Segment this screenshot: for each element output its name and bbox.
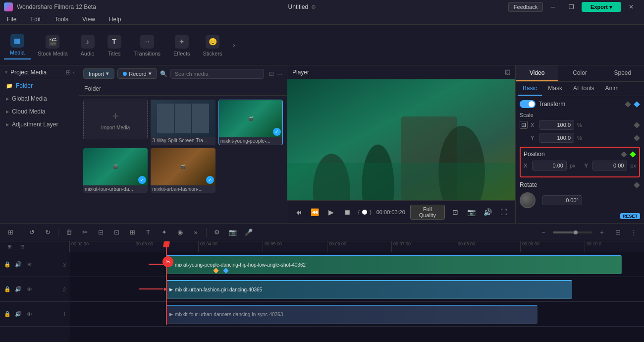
subtab-anim[interactable]: Anim <box>600 82 623 96</box>
mic-button[interactable]: 🎤 <box>242 226 255 239</box>
more-tabs-button[interactable]: › <box>229 42 239 49</box>
rotate-input[interactable] <box>542 195 582 205</box>
track-2-lock[interactable]: 🔒 <box>3 285 12 294</box>
filter-icon[interactable]: ⊟ <box>269 70 274 77</box>
zoom-in-button[interactable]: + <box>595 226 608 239</box>
media-item-urban-fashion[interactable]: 🎬 ✓ mixkit-urban-fashion-... <box>151 148 215 193</box>
camera-button[interactable]: 📷 <box>226 226 239 239</box>
sidebar-item-adjustment-layer[interactable]: ▶ Adjustment Layer <box>2 118 77 130</box>
menu-view[interactable]: View <box>79 15 98 24</box>
keyframe-2[interactable] <box>223 268 228 273</box>
tab-video[interactable]: Video <box>516 65 558 81</box>
sidebar-item-global-media[interactable]: ▶ Global Media <box>2 93 77 105</box>
media-item-young-people[interactable]: 🎬 ✓ mixkit-young-people-... <box>218 100 283 145</box>
subtab-ai-tools[interactable]: AI Tools <box>568 82 599 96</box>
position-y-input[interactable] <box>592 161 627 171</box>
subtab-basic[interactable]: Basic <box>518 82 542 96</box>
frame-back-button[interactable]: ⏪ <box>310 206 321 218</box>
menu-tools[interactable]: Tools <box>52 15 71 24</box>
tab-color[interactable]: Color <box>558 65 601 81</box>
position-keyframe-prev[interactable] <box>620 151 627 158</box>
more-tools-button[interactable]: » <box>189 226 202 239</box>
track-options-button[interactable]: ⊡ <box>16 241 29 253</box>
undo-button[interactable]: ↺ <box>25 226 38 239</box>
text-tl-button[interactable]: T <box>142 226 155 239</box>
record-button[interactable]: Record ▾ <box>117 68 157 79</box>
tab-titles[interactable]: T Titles <box>102 32 127 59</box>
export-button[interactable]: Export ▾ <box>582 2 621 12</box>
add-track-button[interactable]: ⊞ <box>3 241 16 253</box>
tab-stickers[interactable]: 😊 Stickers <box>197 32 228 59</box>
skip-back-button[interactable]: ⏮ <box>293 206 305 218</box>
track-2-mute[interactable]: 🔊 <box>14 285 23 294</box>
minimize-button[interactable]: ─ <box>544 2 562 12</box>
clip-four-urban[interactable]: ▶ mixkit-four-urban-dancers-dancing-in-s… <box>166 305 537 324</box>
grid-view-button[interactable]: ⊞ <box>611 226 624 239</box>
sidebar-item-cloud-media[interactable]: ▶ Cloud Media <box>2 106 77 117</box>
tracks-scroll-area[interactable]: 00:02:00 00:03:00 00:04:00 00:05:00 00:0… <box>69 241 644 342</box>
more-tl-button[interactable]: ⋮ <box>627 226 640 239</box>
rotate-reset[interactable] <box>633 181 640 188</box>
import-button[interactable]: Import ▾ <box>83 68 114 79</box>
restore-button[interactable]: ❐ <box>563 2 581 12</box>
scale-y-input[interactable] <box>539 133 574 143</box>
effect-tl-button[interactable]: ✦ <box>158 226 170 239</box>
more-options-icon[interactable]: ··· <box>277 70 283 78</box>
scale-x-input[interactable] <box>539 120 574 130</box>
settings-tl-button[interactable]: ⚙ <box>211 226 223 239</box>
clip-urban-fashion[interactable]: ▶ mixkit-urban-fashion-girl-dancing-4036… <box>166 280 572 299</box>
close-button[interactable]: ✕ <box>622 2 640 12</box>
keyframe-1[interactable] <box>213 268 218 273</box>
screenshot-button[interactable]: 📷 <box>466 206 477 218</box>
split-button[interactable]: ⊟ <box>94 226 107 239</box>
transform-tl-button[interactable]: ⊞ <box>126 226 139 239</box>
tab-media[interactable]: ▦ Media <box>4 31 31 59</box>
fullscreen-button[interactable]: ⛶ <box>498 206 509 218</box>
delete-button[interactable]: 🗑 <box>62 226 75 239</box>
media-item-split-screen[interactable]: 3-Way Split Screen Tra... <box>151 100 215 145</box>
color-match-button[interactable]: ◉ <box>173 226 186 239</box>
quality-button[interactable]: Full Quality <box>410 205 445 220</box>
volume-button[interactable]: 🔊 <box>482 206 493 218</box>
menu-file[interactable]: File <box>4 15 19 24</box>
tab-effects[interactable]: ✦ Effects <box>167 32 196 59</box>
clip-young-people[interactable]: ▶ mixkit-young-people-dancing-hip-hop-lo… <box>166 255 622 274</box>
import-media-button[interactable]: + Import Media <box>83 100 148 139</box>
crop-button[interactable]: ⊡ <box>110 226 123 239</box>
media-item-four-urban[interactable]: 🎬 ✓ mixkit-four-urban-da... <box>83 148 148 193</box>
fit-screen-button[interactable]: ⊡ <box>450 206 461 218</box>
sidebar-item-folder[interactable]: 📁 Folder <box>2 80 77 92</box>
reset-badge[interactable]: RESET <box>620 213 640 219</box>
tab-stock-media[interactable]: 🎬 Stock Media <box>32 32 74 59</box>
tab-audio[interactable]: ♪ Audio <box>75 32 101 59</box>
track-3-lock[interactable]: 🔒 <box>3 260 12 269</box>
track-1-lock[interactable]: 🔒 <box>3 310 12 319</box>
sidebar-grid-icon[interactable]: ⊞ <box>66 69 71 76</box>
zoom-out-button[interactable]: − <box>537 226 550 239</box>
search-input[interactable] <box>170 69 265 79</box>
transform-toggle[interactable] <box>520 100 536 108</box>
subtab-mask[interactable]: Mask <box>543 82 567 96</box>
position-keyframe-active[interactable] <box>629 151 636 158</box>
menu-help[interactable]: Help <box>106 15 124 24</box>
menu-edit[interactable]: Edit <box>27 15 44 24</box>
sidebar-collapse-icon[interactable]: ‹ <box>73 69 75 76</box>
redo-button[interactable]: ↻ <box>41 226 54 239</box>
track-3-visibility[interactable]: 👁 <box>25 260 34 269</box>
progress-handle[interactable] <box>362 210 367 215</box>
scale-y-reset[interactable] <box>633 134 640 141</box>
track-2-visibility[interactable]: 👁 <box>25 285 34 294</box>
zoom-slider[interactable] <box>553 231 592 233</box>
transform-keyframe-add[interactable] <box>633 101 640 108</box>
transform-keyframe-prev[interactable] <box>624 101 631 108</box>
track-1-visibility[interactable]: 👁 <box>25 310 34 319</box>
timeline-grid-button[interactable]: ⊞ <box>4 226 17 239</box>
tab-speed[interactable]: Speed <box>601 65 644 81</box>
track-3-mute[interactable]: 🔊 <box>14 260 23 269</box>
tab-transitions[interactable]: ↔ Transitions <box>128 32 166 59</box>
stop-button[interactable]: ⏹ <box>342 206 353 218</box>
track-1-mute[interactable]: 🔊 <box>14 310 23 319</box>
position-x-input[interactable] <box>532 161 567 171</box>
feedback-button[interactable]: Feedback <box>508 2 543 12</box>
scale-x-reset[interactable] <box>633 121 640 128</box>
